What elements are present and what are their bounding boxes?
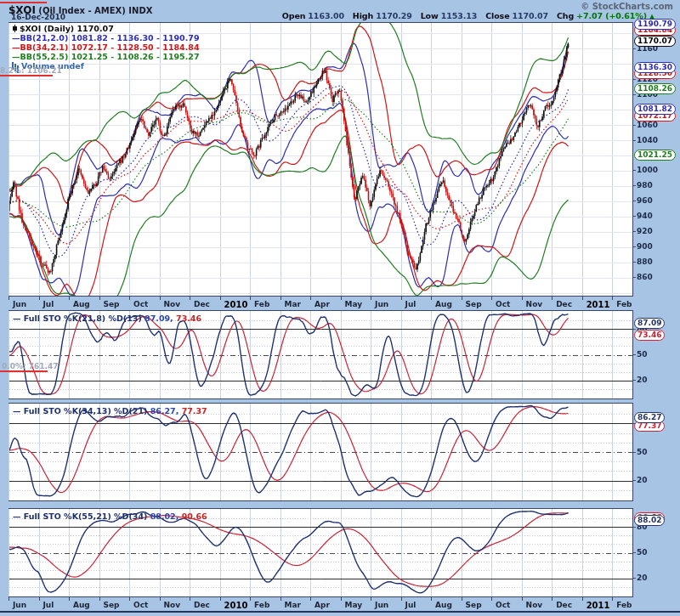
month-axis-label: Oct [496,300,510,308]
month-axis-label: Dec [556,601,572,609]
month-tick-mark [431,597,432,601]
price-axis-tick: 860 [637,273,653,281]
month-axis-label: Nov [164,601,181,609]
year-axis-label: 2010 [224,300,248,309]
month-tick-mark [582,297,583,300]
price-axis-tick: 1000 [637,166,658,174]
month-tick-mark [462,297,462,300]
open-value: 1163.00 [308,11,344,20]
month-tick-mark [69,597,70,601]
stoch-d-bubble: 73.46 [634,330,665,341]
month-axis-label: Aug [73,300,90,308]
price-bubble-label: 1081.82 [634,104,676,115]
month-axis-label: Jul [43,300,54,308]
month-tick-mark [341,597,342,601]
month-tick-mark [220,297,221,300]
month-tick-mark [8,297,9,300]
open-label: Open [282,11,306,20]
month-tick-mark [220,597,221,601]
price-bubble-label: 1170.07 [634,36,676,47]
month-axis-label: Nov [526,300,543,308]
price-axis-tick: 960 [637,196,653,205]
fib-line-fragment-382 [0,75,53,76]
month-tick-mark [190,597,190,601]
month-tick-mark [280,597,281,601]
month-tick-mark [99,297,100,300]
stoch-k-bubble: 86.27 [634,412,665,423]
stoch-d-value: 90.66 [182,511,207,521]
stoch-k-color-dash: — [13,406,24,415]
stoch-k-bubble: 87.09 [634,318,665,329]
month-tick-mark [431,297,432,300]
month-axis-label: Aug [73,601,90,609]
month-axis-label: Feb [254,601,269,609]
stoch-label-text: Full STO %K(55,21) %D(34) [24,511,150,521]
month-axis-label: Sep [466,300,482,308]
month-axis-label: Feb [616,300,632,308]
candlestick-icon [12,25,18,32]
month-tick-mark [39,597,40,601]
month-tick-mark [99,597,100,601]
high-label: High [353,11,373,20]
close-value: 1170.07 [512,11,548,20]
month-tick-mark [250,297,251,300]
price-axis-tick: 980 [637,181,653,189]
month-tick-mark [39,297,40,300]
month-axis-label: May [345,601,363,609]
stoch-axis-tick: 20 [637,376,648,384]
main-chart-legend: $XOI (Daily) 1170.07 —BB(21,2.0) 1081.82… [12,24,200,71]
month-tick-mark [612,297,613,300]
month-tick-mark [552,597,552,601]
month-tick-mark [129,297,130,300]
high-value: 1170.29 [376,11,412,20]
stoch-k-value: 87.09, [144,314,176,323]
month-tick-mark [401,297,402,300]
month-tick-mark [8,597,9,601]
month-axis-label: Jun [375,300,388,308]
bollinger-legend-line: —BB(55,2.5) 1021.25 - 1108.26 - 1195.27 [12,52,200,61]
month-axis-label: Apr [314,300,330,308]
price-and-stochastics-canvas [0,0,680,616]
month-tick-mark [69,297,70,300]
month-tick-mark [401,597,402,601]
price-bubble-label: 1108.26 [634,83,676,94]
month-axis-label: Feb [616,601,632,609]
price-axis-tick: 1060 [637,121,658,129]
month-tick-mark [160,297,161,300]
stoch-label-text: Full STO %K(34,13) %D(21) [24,406,150,415]
price-bubble-label: 1190.79 [634,19,676,30]
fib-line-fragment-00 [0,370,48,372]
price-axis-tick: 880 [637,257,653,266]
month-tick-mark [160,597,161,601]
month-tick-mark [582,597,583,601]
month-tick-mark [491,297,492,300]
year-axis-label: 2010 [224,601,248,610]
month-axis-label: Oct [133,300,148,308]
bollinger-legend-line: —BB(34,2.1) 1072.17 - 1128.50 - 1184.84 [12,42,200,52]
month-axis-label: Oct [496,601,510,609]
stoch-label-text: Full STO %K(21,8) %D(13) [24,314,144,323]
price-axis-tick: 900 [637,242,653,251]
close-label: Close [485,11,509,20]
stockcharts-copyright-link[interactable]: © StockCharts.com [581,2,673,11]
stoch-axis-tick: 20 [637,574,648,582]
month-tick-mark [310,597,311,601]
ohlc-quote-row: Open 1163.00 High 1170.29 Low 1153.13 Cl… [282,11,654,20]
stockcharts-page: $XOI (Oil Index - AMEX) INDX 16-Dec-2010… [0,0,680,616]
stoch-axis-tick: 20 [637,476,648,484]
stoch-axis-tick: 50 [637,350,648,359]
fib-annotation-382: 8.2%: 1106.21 [0,66,62,75]
month-axis-label: Jul [405,300,416,308]
month-tick-mark [491,597,492,601]
month-axis-label: Feb [254,300,269,308]
legend-symbol-line: $XOI (Daily) 1170.07 [12,24,200,33]
month-tick-mark [522,597,523,601]
stoch-k-value: 86.27, [150,406,182,415]
month-tick-mark [552,297,552,300]
month-axis-label: Dec [194,300,210,308]
price-axis-tick: 1040 [637,136,658,144]
month-axis-label: Nov [526,601,543,609]
month-axis-label: Sep [104,601,120,609]
month-tick-mark [129,597,130,601]
chg-label: Chg [557,11,574,20]
